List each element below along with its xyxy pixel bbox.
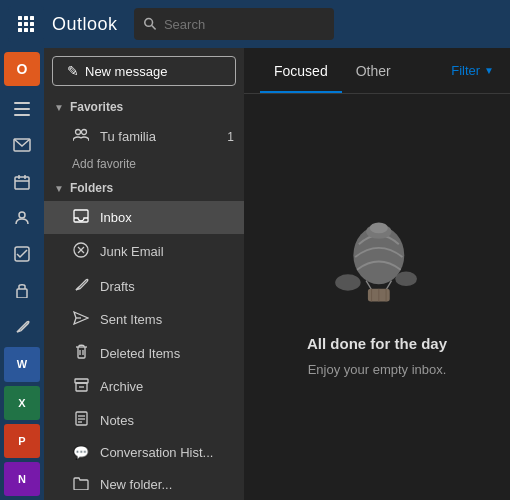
add-favorite-link[interactable]: Add favorite — [44, 153, 244, 175]
favorites-chevron-icon: ▼ — [54, 102, 64, 113]
tabs-bar: Focused Other Filter ▼ — [244, 48, 510, 94]
conversation-hist-label: Conversation Hist... — [100, 445, 213, 460]
svg-rect-5 — [30, 22, 34, 26]
svg-point-22 — [76, 130, 81, 135]
folders-section-header[interactable]: ▼ Folders — [44, 175, 244, 201]
new-message-button[interactable]: ✎ New message — [52, 56, 236, 86]
favorites-section-header[interactable]: ▼ Favorites — [44, 94, 244, 120]
sidebar-item-archive[interactable]: Archive — [44, 370, 244, 403]
sidebar-item-deleted[interactable]: Deleted Items — [44, 336, 244, 370]
archive-icon — [72, 378, 90, 395]
search-input[interactable] — [164, 17, 324, 32]
app-grid-button[interactable] — [8, 6, 44, 42]
empty-subtitle: Enjoy your empty inbox. — [308, 362, 447, 377]
svg-rect-0 — [18, 16, 22, 20]
icon-rail: O — [0, 48, 44, 500]
compose-icon: ✎ — [67, 63, 79, 79]
pen-icon[interactable] — [4, 309, 40, 343]
favorites-label: Favorites — [70, 100, 123, 114]
svg-rect-13 — [14, 114, 30, 116]
mail-icon[interactable] — [4, 128, 40, 162]
sidebar-item-junk[interactable]: Junk Email — [44, 234, 244, 269]
sidebar: ✎ New message ▼ Favorites Tu familia 1 A… — [44, 48, 244, 500]
svg-point-23 — [82, 130, 87, 135]
tu-familia-badge: 1 — [227, 130, 234, 144]
svg-rect-8 — [30, 28, 34, 32]
word-icon[interactable]: W — [4, 347, 40, 381]
notes-icon — [72, 411, 90, 429]
conversation-icon: 💬 — [72, 445, 90, 460]
powerpoint-icon[interactable]: P — [4, 424, 40, 458]
filter-chevron-icon: ▼ — [484, 65, 494, 76]
svg-point-9 — [144, 19, 152, 27]
svg-rect-2 — [30, 16, 34, 20]
svg-rect-4 — [24, 22, 28, 26]
sidebar-item-sent[interactable]: Sent Items — [44, 303, 244, 336]
svg-rect-6 — [18, 28, 22, 32]
deleted-items-label: Deleted Items — [100, 346, 180, 361]
svg-rect-24 — [74, 210, 88, 222]
content-area: O — [0, 48, 510, 500]
outlook-logo-icon[interactable]: O — [4, 52, 40, 86]
sidebar-item-new-folder[interactable]: New folder... — [44, 468, 244, 500]
sidebar-item-inbox[interactable]: Inbox — [44, 201, 244, 234]
svg-rect-12 — [14, 108, 30, 110]
inbox-label: Inbox — [100, 210, 132, 225]
sidebar-item-notes[interactable]: Notes — [44, 403, 244, 437]
sidebar-item-drafts[interactable]: Drafts — [44, 269, 244, 303]
search-bar[interactable] — [134, 8, 334, 40]
notes-label: Notes — [100, 413, 134, 428]
tasks-icon[interactable] — [4, 237, 40, 271]
filter-button[interactable]: Filter ▼ — [451, 63, 494, 78]
svg-rect-21 — [17, 289, 27, 298]
sidebar-item-conversation-history[interactable]: 💬 Conversation Hist... — [44, 437, 244, 468]
empty-title: All done for the day — [307, 335, 447, 352]
app-title: Outlook — [52, 14, 118, 35]
svg-point-19 — [19, 212, 25, 218]
drafts-label: Drafts — [100, 279, 135, 294]
junk-email-label: Junk Email — [100, 244, 164, 259]
tab-other[interactable]: Other — [342, 48, 405, 93]
folders-chevron-icon: ▼ — [54, 183, 64, 194]
contacts-icon[interactable] — [4, 201, 40, 235]
svg-point-44 — [370, 222, 388, 233]
hamburger-icon[interactable] — [4, 92, 40, 126]
svg-rect-3 — [18, 22, 22, 26]
main-content: Focused Other Filter ▼ — [244, 48, 510, 500]
junk-icon — [72, 242, 90, 261]
top-bar-left: Outlook — [8, 6, 126, 42]
empty-inbox: All done for the day Enjoy your empty in… — [244, 94, 510, 500]
lock-icon[interactable] — [4, 273, 40, 307]
svg-point-41 — [395, 272, 417, 287]
new-folder-icon — [72, 476, 90, 493]
sidebar-item-tu-familia[interactable]: Tu familia 1 — [44, 120, 244, 153]
drafts-icon — [72, 277, 90, 295]
tu-familia-label: Tu familia — [100, 129, 156, 144]
svg-line-10 — [151, 26, 155, 30]
tab-focused[interactable]: Focused — [260, 48, 342, 93]
svg-rect-7 — [24, 28, 28, 32]
svg-rect-15 — [15, 177, 29, 189]
search-icon — [144, 17, 156, 31]
balloon-illustration — [327, 217, 427, 317]
sent-items-label: Sent Items — [100, 312, 162, 327]
svg-point-40 — [335, 274, 360, 290]
excel-icon[interactable]: X — [4, 386, 40, 420]
svg-rect-11 — [14, 102, 30, 104]
svg-rect-1 — [24, 16, 28, 20]
top-bar: Outlook — [0, 0, 510, 48]
calendar-icon[interactable] — [4, 165, 40, 199]
sent-icon — [72, 311, 90, 328]
group-icon — [72, 128, 90, 145]
trash-icon — [72, 344, 90, 362]
new-folder-label: New folder... — [100, 477, 172, 492]
archive-label: Archive — [100, 379, 143, 394]
folders-label: Folders — [70, 181, 113, 195]
onenote-icon[interactable]: N — [4, 462, 40, 496]
inbox-icon — [72, 209, 90, 226]
